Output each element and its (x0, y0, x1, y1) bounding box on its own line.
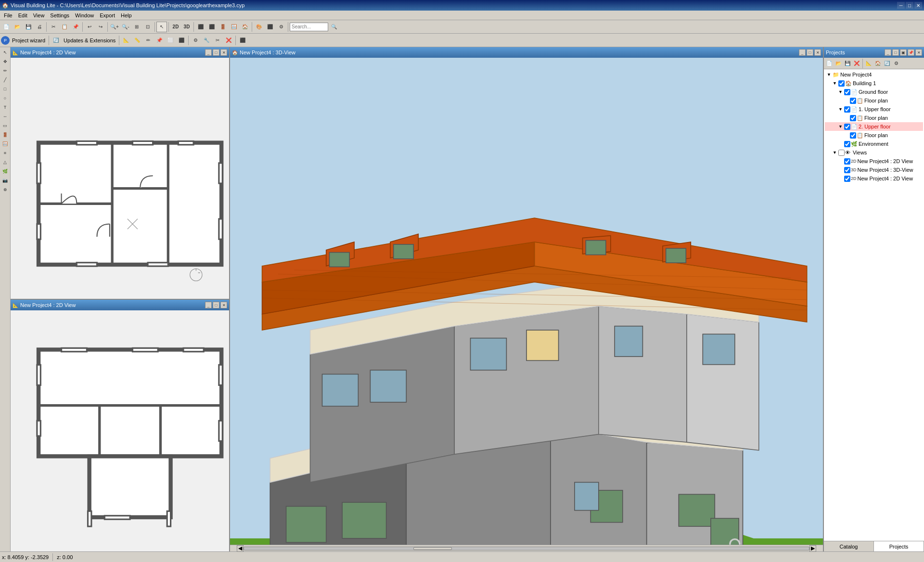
tb-zoom-sel[interactable]: ⊡ (142, 22, 153, 32)
menu-file[interactable]: File (1, 12, 15, 19)
lt-draw[interactable]: ✏ (1, 66, 10, 75)
tb-t2[interactable]: 📏 (132, 35, 142, 46)
view-3d-scrollbar[interactable]: ◀ ▶ (230, 545, 823, 551)
tb-render[interactable]: ⬛ (265, 22, 275, 32)
tree-check-floorplan3[interactable] (850, 132, 857, 139)
lt-wall[interactable]: ▭ (1, 121, 10, 130)
menu-export[interactable]: Export (97, 12, 118, 19)
tb-roof[interactable]: 🏠 (240, 22, 250, 32)
lt-window[interactable]: 🪟 (1, 140, 10, 148)
check-floorplan3[interactable] (850, 132, 856, 139)
panel-maximize[interactable]: □ (213, 49, 219, 56)
tree-check-groundfloor[interactable] (844, 89, 851, 95)
panel-bottom-minimize[interactable]: _ (205, 302, 212, 308)
tb-settings[interactable]: ⚙ (276, 22, 286, 32)
tb-t6[interactable]: ⬛ (176, 35, 187, 46)
tree-expand-groundfloor[interactable]: ▼ (838, 89, 844, 94)
tb-undo[interactable]: ↩ (84, 22, 95, 32)
lt-camera[interactable]: 📷 (1, 176, 10, 185)
tree-item-floorplan3[interactable]: 📋 Floor plan (825, 131, 923, 140)
tb-pointer[interactable]: ↖ (156, 22, 167, 32)
lt-text[interactable]: T (1, 103, 10, 112)
lt-stair[interactable]: ≡ (1, 149, 10, 157)
tb-t8[interactable]: 🔧 (201, 35, 212, 46)
tb-door[interactable]: 🚪 (218, 22, 228, 32)
check-building1[interactable] (838, 80, 845, 87)
tree-item-environment[interactable]: 🌿 Environment (825, 140, 923, 148)
lt-rect[interactable]: □ (1, 85, 10, 93)
tb-t3[interactable]: ✏ (143, 35, 154, 46)
tree-item-newproject4[interactable]: ▼ 📁 New Project4 (825, 70, 923, 79)
maximize-button[interactable]: □ (906, 2, 913, 9)
tree-item-view2d1[interactable]: 2D New Project4 : 2D View (825, 157, 923, 166)
panel-3d-minimize[interactable]: _ (799, 49, 806, 56)
menu-edit[interactable]: Edit (15, 12, 30, 19)
tb-t4[interactable]: 📌 (154, 35, 165, 46)
lt-move[interactable]: ✥ (1, 57, 10, 66)
check-view2d1[interactable] (844, 158, 850, 165)
tb-t1[interactable]: 📐 (121, 35, 131, 46)
tb-paste[interactable]: 📌 (70, 22, 81, 32)
panel-bottom-maximize[interactable]: □ (213, 302, 219, 308)
check-view2d2[interactable] (844, 176, 850, 182)
rp-tb-open[interactable]: 📂 (834, 59, 843, 68)
tb-zoom-in[interactable]: 🔍+ (109, 22, 120, 32)
check-upperfloor2[interactable] (844, 124, 850, 130)
tb-t5[interactable]: ⬜ (165, 35, 176, 46)
tree-item-groundfloor[interactable]: ▼ 📄 Ground floor (825, 88, 923, 96)
project-tree[interactable]: ▼ 📁 New Project4 ▼ 🏠 Building 1 ▼ 📄 Grou… (824, 69, 924, 541)
view-3d-content[interactable] (230, 58, 823, 545)
tree-check-upperfloor2[interactable] (844, 124, 851, 130)
lt-select[interactable]: ↖ (1, 48, 10, 57)
tree-check-views[interactable] (838, 150, 845, 156)
lt-misc[interactable]: ⊕ (1, 185, 10, 194)
rp-float[interactable]: ▣ (900, 49, 907, 56)
lt-terrain[interactable]: 🌿 (1, 167, 10, 176)
tb-new[interactable]: 📄 (1, 22, 12, 32)
panel-2d-bottom-content[interactable] (11, 310, 229, 551)
panel-minimize[interactable]: _ (205, 49, 212, 56)
panel-3d-close[interactable]: ✕ (814, 49, 821, 56)
menu-settings[interactable]: Settings (47, 12, 72, 19)
rp-minimize[interactable]: _ (885, 49, 891, 56)
menu-window[interactable]: Window (72, 12, 97, 19)
menu-view[interactable]: View (30, 12, 48, 19)
scroll-right[interactable]: ▶ (809, 545, 816, 552)
tree-item-building1[interactable]: ▼ 🏠 Building 1 (825, 79, 923, 88)
tb-search[interactable]: 🔍 (329, 22, 339, 32)
lt-circle[interactable]: ○ (1, 94, 10, 102)
rp-tb-new[interactable]: 📄 (825, 59, 834, 68)
project-wizard-label[interactable]: Project wizard (10, 38, 47, 43)
tb-open[interactable]: 📂 (12, 22, 23, 32)
lt-roof[interactable]: △ (1, 158, 10, 166)
rp-tb-settings[interactable]: ⚙ (892, 59, 900, 68)
tree-item-floorplan2[interactable]: 📋 Floor plan (825, 114, 923, 122)
tb-window[interactable]: 🪟 (229, 22, 239, 32)
check-views[interactable] (838, 150, 845, 156)
tb-updates-icon[interactable]: 🔄 (51, 35, 61, 46)
tb-t11[interactable]: ⬛ (237, 35, 248, 46)
tree-check-view2d1[interactable] (844, 158, 851, 165)
toolbar-search[interactable] (290, 23, 328, 31)
tree-item-upperfloor1[interactable]: ▼ 📄 1. Upper floor (825, 105, 923, 114)
check-floorplan2[interactable] (850, 115, 856, 121)
panel-bottom-close[interactable]: ✕ (220, 302, 227, 308)
tab-projects[interactable]: Projects (874, 541, 924, 551)
tb-cut[interactable]: ✂ (48, 22, 59, 32)
rp-tb-save[interactable]: 💾 (843, 59, 852, 68)
tree-check-floorplan2[interactable] (850, 115, 857, 121)
check-groundfloor[interactable] (844, 89, 850, 95)
tree-check-view2d2[interactable] (844, 176, 851, 182)
tb-redo[interactable]: ↪ (95, 22, 106, 32)
menu-help[interactable]: Help (118, 12, 135, 19)
tb-3d[interactable]: 3D (181, 22, 192, 32)
rp-close[interactable]: ✕ (915, 49, 922, 56)
check-environment[interactable] (844, 141, 850, 147)
lt-door[interactable]: 🚪 (1, 130, 10, 139)
tb-save[interactable]: 💾 (23, 22, 34, 32)
tree-check-building1[interactable] (838, 80, 845, 87)
tree-item-upperfloor2[interactable]: ▼ 📄 2. Upper floor (825, 122, 923, 131)
tb-floor[interactable]: ⬛ (195, 22, 206, 32)
rp-pin[interactable]: 📌 (908, 49, 914, 56)
scroll-left[interactable]: ◀ (237, 545, 244, 552)
